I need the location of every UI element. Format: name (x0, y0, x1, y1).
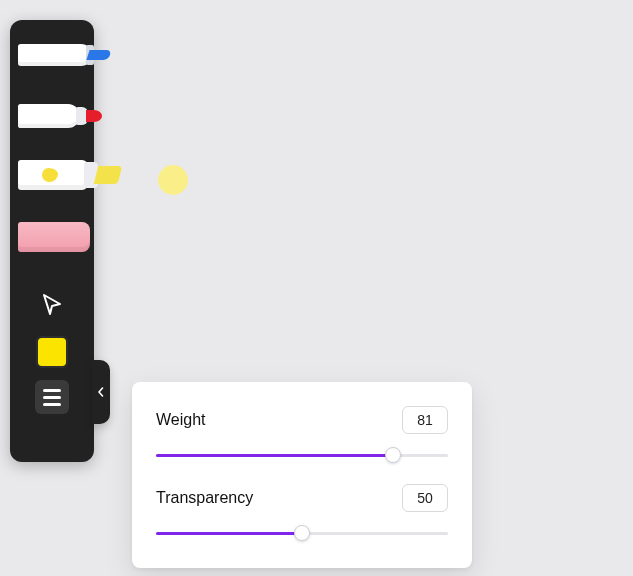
tool-pointer[interactable] (10, 276, 94, 332)
tool-brush[interactable] (10, 86, 94, 146)
toolbar-collapse-handle[interactable] (92, 360, 110, 424)
weight-label: Weight (156, 411, 206, 429)
tool-pen[interactable] (10, 26, 94, 86)
menu-icon (43, 389, 61, 392)
more-menu-button[interactable] (35, 380, 69, 414)
brush-preview-dot (158, 165, 188, 195)
brush-icon (18, 104, 80, 128)
transparency-slider-thumb[interactable] (294, 525, 310, 541)
pen-icon (18, 44, 92, 66)
weight-slider[interactable] (156, 446, 448, 464)
weight-value-input[interactable] (402, 406, 448, 434)
active-color-swatch[interactable] (10, 338, 94, 366)
pointer-icon (40, 292, 64, 316)
tool-highlighter[interactable] (10, 146, 94, 206)
weight-slider-thumb[interactable] (385, 447, 401, 463)
transparency-value-input[interactable] (402, 484, 448, 512)
chevron-left-icon (96, 387, 106, 397)
transparency-slider[interactable] (156, 524, 448, 542)
color-swatch-icon (38, 338, 66, 366)
drawing-toolbar (10, 20, 94, 462)
brush-settings-panel: Weight Transparency (132, 382, 472, 568)
tool-eraser[interactable] (10, 206, 94, 266)
transparency-label: Transparency (156, 489, 253, 507)
highlighter-icon (18, 160, 88, 190)
eraser-icon (18, 222, 90, 252)
